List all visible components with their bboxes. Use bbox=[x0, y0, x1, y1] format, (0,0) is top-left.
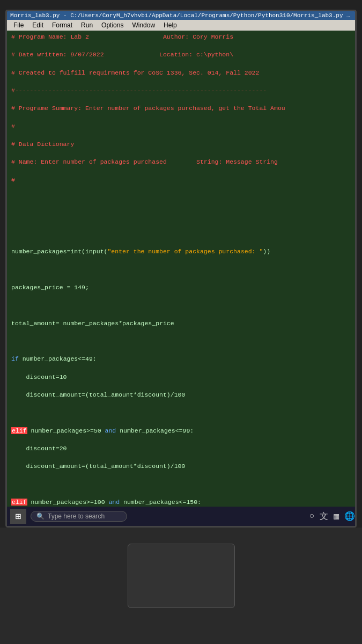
start-button[interactable]: ⊞ bbox=[10, 509, 26, 524]
search-placeholder-text: Type here to search bbox=[48, 513, 105, 520]
screen: Morris_lab3.py - C:/Users/CoryM_h7vhvbi/… bbox=[5, 10, 357, 528]
touchpad[interactable] bbox=[128, 544, 235, 608]
menu-window[interactable]: Window bbox=[128, 21, 159, 30]
menu-run[interactable]: Run bbox=[77, 21, 97, 30]
menu-bar: File Edit Format Run Options Window Help bbox=[7, 20, 355, 31]
language-icon[interactable]: 文 bbox=[320, 511, 328, 522]
search-icon: 🔍 bbox=[36, 513, 45, 520]
taskbar-right: ○ 文 ▦ 🌐 bbox=[309, 511, 355, 522]
laptop-bottom bbox=[0, 528, 362, 644]
menu-edit[interactable]: Edit bbox=[28, 21, 48, 30]
menu-format[interactable]: Format bbox=[48, 21, 77, 30]
menu-options[interactable]: Options bbox=[97, 21, 128, 30]
menu-help[interactable]: Help bbox=[159, 21, 181, 30]
laptop-outer: Morris_lab3.py - C:/Users/CoryM_h7vhvbi/… bbox=[0, 0, 362, 644]
task-view-icon[interactable]: ▦ bbox=[334, 511, 339, 522]
cortana-icon[interactable]: ○ bbox=[309, 511, 315, 521]
title-bar: Morris_lab3.py - C:/Users/CoryM_h7vhvbi/… bbox=[7, 11, 355, 20]
browser-icon[interactable]: 🌐 bbox=[344, 511, 355, 522]
menu-file[interactable]: File bbox=[9, 21, 28, 30]
taskbar-search-box[interactable]: 🔍 Type here to search bbox=[31, 511, 127, 522]
taskbar: ⊞ 🔍 Type here to search ○ 文 ▦ 🌐 bbox=[7, 507, 357, 526]
code-editor[interactable]: # Program Name: Lab 2 Author: Cory Morri… bbox=[7, 31, 355, 507]
title-text: Morris_lab3.py - C:/Users/CoryM_h7vhvbi/… bbox=[10, 12, 355, 19]
